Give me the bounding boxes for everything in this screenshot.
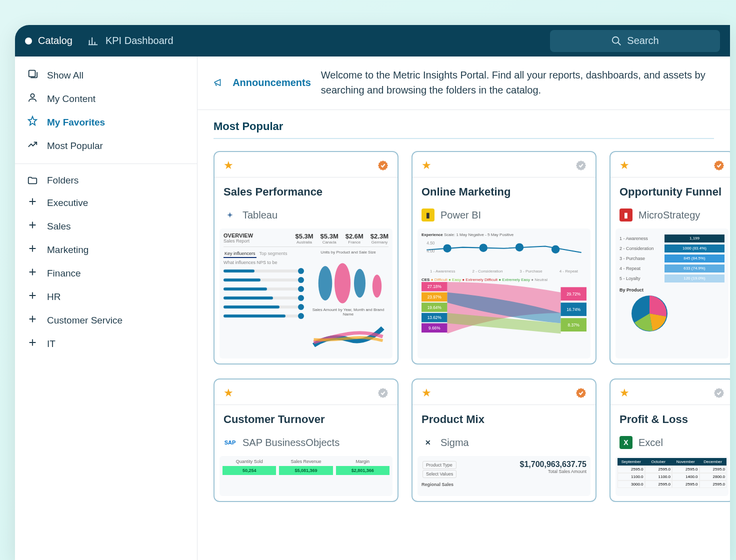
certified-badge-icon (378, 160, 388, 171)
svg-point-7 (443, 244, 452, 252)
folder-label: IT (47, 338, 56, 350)
card-preview: SeptemberOctoberNovemberDecember2595.025… (616, 456, 728, 496)
svg-text:4.00: 4.00 (426, 249, 434, 254)
sidebar-folder-hr[interactable]: HR (15, 285, 197, 308)
star-icon (27, 116, 38, 129)
report-card[interactable]: ★Sales Performance✦TableauOVERVIEWSales … (214, 151, 398, 364)
card-header: ★ (214, 152, 398, 178)
report-card[interactable]: ★Profit & LossXExcelSeptemberOctoberNove… (610, 378, 730, 502)
source-label: Power BI (440, 210, 481, 221)
star-icon[interactable]: ★ (422, 159, 432, 172)
topbar: Catalog KPI Dashboard Search (15, 25, 730, 56)
megaphone-icon (214, 76, 222, 90)
folder-label: Marketing (47, 244, 88, 256)
sidebar-folder-sales[interactable]: Sales (15, 214, 197, 238)
trend-icon (27, 139, 38, 152)
sidebar-folder-marketing[interactable]: Marketing (15, 238, 197, 262)
search-icon (611, 36, 622, 46)
sidebar-folder-executive[interactable]: Executive (15, 191, 197, 214)
plus-icon (27, 266, 38, 280)
report-card[interactable]: ★Opportunity Funnel▮MicroStrategy1 - Awa… (610, 151, 730, 364)
sidebar-folder-it[interactable]: IT (15, 332, 197, 356)
body: Show AllMy ContentMy FavoritesMost Popul… (15, 56, 730, 560)
sidebar-item-show-all[interactable]: Show All (15, 64, 197, 87)
folders-label: Folders (47, 175, 78, 186)
card-header: ★ (412, 380, 596, 405)
section-title: Most Popular (214, 120, 714, 139)
source-label: SAP BusinessObjects (242, 437, 340, 448)
svg-point-10 (552, 246, 560, 254)
svg-text:4.50: 4.50 (426, 241, 434, 246)
card-title: Product Mix (412, 405, 596, 436)
card-source: ✦Tableau (214, 208, 398, 228)
sidebar-folder-finance[interactable]: Finance (15, 262, 197, 285)
card-title: Sales Performance (214, 178, 398, 208)
report-card[interactable]: ★Product Mix✕SigmaProduct TypeSelect Val… (412, 378, 596, 502)
svg-text:27.18%: 27.18% (428, 284, 442, 289)
svg-point-9 (516, 243, 524, 252)
svg-point-8 (480, 244, 488, 252)
card-title: Online Marketing (412, 178, 596, 208)
plus-icon (27, 290, 38, 304)
svg-point-0 (612, 36, 619, 43)
folder-icon (27, 175, 38, 186)
star-icon[interactable]: ★ (620, 386, 630, 400)
sidebar-item-label: My Content (47, 94, 96, 104)
sidebar-item-label: Show All (47, 70, 84, 81)
star-icon[interactable]: ★ (422, 386, 432, 400)
report-card[interactable]: ★Online Marketing▮Power BIExperience Sca… (412, 151, 596, 364)
source-label: MicroStrategy (638, 210, 700, 221)
catalog-dot-icon (25, 38, 32, 44)
source-label: Tableau (242, 210, 278, 221)
svg-point-2 (30, 94, 34, 98)
certified-badge-icon (378, 388, 388, 398)
svg-text:29.72%: 29.72% (566, 292, 581, 296)
card-header: ★ (214, 380, 398, 405)
card-preview: OVERVIEWSales Report$5.3MAustralia$5.3MC… (220, 228, 392, 358)
sidebar-item-my-content[interactable]: My Content (15, 87, 197, 110)
svg-text:13.62%: 13.62% (428, 316, 442, 320)
sidebar-item-my-favorites[interactable]: My Favorites (15, 110, 197, 134)
svg-text:19.64%: 19.64% (428, 306, 442, 310)
catalog-button[interactable]: Catalog (25, 35, 72, 46)
svg-point-3 (318, 266, 332, 300)
star-icon[interactable]: ★ (620, 159, 630, 172)
sidebar-folder-customer-service[interactable]: Customer Service (15, 308, 197, 332)
card-preview: Quantity Sold50,254Sales Revenue$5,081,3… (220, 456, 392, 496)
sidebar-item-label: Most Popular (47, 140, 103, 152)
folder-label: Customer Service (47, 315, 122, 326)
svg-text:9.66%: 9.66% (428, 326, 440, 330)
svg-point-4 (334, 263, 350, 304)
card-source: SAPSAP BusinessObjects (214, 436, 398, 456)
card-preview: 1 - Awareness1,1992 - Consideration1000 … (616, 228, 728, 358)
svg-rect-1 (29, 70, 36, 77)
card-header: ★ (412, 152, 596, 178)
announcement-title: Announcements (232, 77, 311, 88)
card-header: ★ (610, 380, 730, 405)
sidebar-item-most-popular[interactable]: Most Popular (15, 134, 197, 158)
stack-icon (27, 68, 38, 82)
bar-chart-icon (88, 36, 98, 46)
plus-icon (27, 314, 38, 327)
plus-icon (27, 196, 38, 210)
plus-icon (27, 337, 38, 350)
star-icon[interactable]: ★ (224, 159, 234, 172)
card-header: ★ (610, 152, 730, 178)
card-source: ▮MicroStrategy (610, 208, 730, 228)
search-input[interactable]: Search (550, 30, 720, 52)
sidebar-item-label: My Favorites (47, 117, 105, 128)
certified-badge-icon (714, 160, 724, 171)
folder-label: Sales (47, 221, 71, 232)
dashboard-tab[interactable]: KPI Dashboard (88, 35, 174, 46)
sidebar-separator (15, 164, 197, 164)
svg-text:23.97%: 23.97% (428, 295, 442, 300)
card-row: ★Customer TurnoverSAPSAP BusinessObjects… (198, 372, 730, 509)
star-icon[interactable]: ★ (224, 386, 234, 400)
card-source: ✕Sigma (412, 436, 596, 456)
folder-label: HR (47, 292, 60, 302)
card-source: ▮Power BI (412, 208, 596, 228)
report-card[interactable]: ★Customer TurnoverSAPSAP BusinessObjects… (214, 378, 398, 502)
folder-label: Finance (47, 268, 81, 279)
app-window: Catalog KPI Dashboard Search Show AllMy … (15, 25, 730, 560)
sidebar-folders-header[interactable]: Folders (15, 170, 197, 191)
